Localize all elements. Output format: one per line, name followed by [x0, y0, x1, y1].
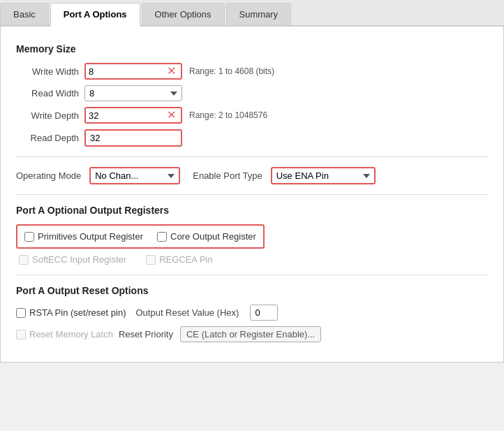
memory-size-title: Memory Size	[16, 43, 488, 54]
write-width-label: Write Width	[16, 66, 79, 77]
tab-basic[interactable]: Basic	[0, 3, 49, 25]
operating-mode-select[interactable]: No Chan...	[89, 167, 180, 184]
softECC-label: SoftECC Input Register	[32, 254, 126, 265]
write-depth-clear-icon[interactable]: ✕	[167, 110, 176, 121]
write-width-range: Range: 1 to 4608 (bits)	[189, 66, 274, 76]
port-a-registers-title: Port A Optional Output Registers	[16, 205, 488, 216]
core-label: Core Output Register	[170, 231, 256, 242]
main-content: Memory Size Write Width ✕ Range: 1 to 46…	[0, 27, 504, 363]
tab-bar: Basic Port A Options Other Options Summa…	[0, 0, 504, 27]
tab-port-a-options[interactable]: Port A Options	[50, 3, 140, 27]
write-width-row: Write Width ✕ Range: 1 to 4608 (bits)	[16, 63, 488, 80]
divider-2	[16, 194, 488, 195]
read-depth-row: Read Depth	[16, 129, 488, 147]
primitives-label: Primitives Output Register	[38, 231, 143, 242]
regcea-label: REGCEA Pin	[159, 254, 213, 265]
operating-mode-group: Operating Mode No Chan...	[16, 167, 180, 184]
write-width-clear-icon[interactable]: ✕	[167, 66, 176, 77]
core-checkbox-item[interactable]: Core Output Register	[157, 231, 256, 242]
rsta-checkbox[interactable]	[16, 308, 26, 318]
regcea-checkbox	[146, 255, 156, 265]
reset-priority-value: CE (Latch or Register Enable)...	[180, 326, 321, 342]
enable-port-select[interactable]: Use ENA Pin	[271, 167, 376, 184]
read-width-row: Read Width 8	[16, 85, 488, 101]
reset-memory-checkbox-item: Reset Memory Latch	[16, 329, 113, 339]
write-depth-range: Range: 2 to 1048576	[189, 110, 267, 120]
write-width-input-wrapper: ✕	[84, 63, 182, 80]
memory-size-section: Memory Size Write Width ✕ Range: 1 to 46…	[16, 43, 488, 147]
primitives-checkbox-item[interactable]: Primitives Output Register	[24, 231, 143, 242]
enable-port-group: Enable Port Type Use ENA Pin	[193, 167, 376, 184]
primitives-checkbox[interactable]	[24, 232, 34, 242]
softECC-checkbox-item: SoftECC Input Register	[19, 254, 126, 265]
disabled-checkboxes-row: SoftECC Input Register REGCEA Pin	[19, 254, 488, 265]
reset-memory-row: Reset Memory Latch Reset Priority CE (La…	[16, 326, 488, 342]
operating-mode-row: Operating Mode No Chan... Enable Port Ty…	[16, 167, 488, 184]
write-depth-input[interactable]	[89, 110, 165, 121]
read-depth-label: Read Depth	[16, 133, 79, 143]
port-a-registers-section: Port A Optional Output Registers Primiti…	[16, 205, 488, 265]
tab-other-options[interactable]: Other Options	[142, 3, 225, 25]
rsta-checkbox-item[interactable]: RSTA Pin (set/reset pin)	[16, 307, 126, 318]
read-width-select[interactable]: 8	[84, 85, 182, 101]
core-checkbox[interactable]	[157, 232, 167, 242]
regcea-checkbox-item: REGCEA Pin	[146, 254, 213, 265]
registers-checkbox-group: Primitives Output Register Core Output R…	[16, 224, 265, 249]
divider-1	[16, 156, 488, 157]
write-depth-label: Write Depth	[16, 110, 79, 121]
reset-memory-checkbox	[16, 330, 26, 339]
reset-memory-label: Reset Memory Latch	[29, 329, 113, 339]
port-a-reset-section: Port A Output Reset Options RSTA Pin (se…	[16, 285, 488, 342]
output-reset-label: Output Reset Value (Hex)	[135, 307, 239, 318]
tab-summary[interactable]: Summary	[226, 3, 292, 25]
rsta-row: RSTA Pin (set/reset pin) Output Reset Va…	[16, 305, 488, 321]
divider-3	[16, 275, 488, 275]
softECC-checkbox	[19, 255, 29, 265]
operating-mode-label: Operating Mode	[16, 170, 81, 181]
reset-priority-label: Reset Priority	[119, 329, 173, 339]
port-a-reset-title: Port A Output Reset Options	[16, 285, 488, 296]
enable-port-label: Enable Port Type	[193, 170, 262, 181]
read-depth-input[interactable]	[84, 129, 182, 147]
write-depth-input-wrapper: ✕	[84, 107, 182, 124]
rsta-label: RSTA Pin (set/reset pin)	[29, 307, 126, 318]
read-width-label: Read Width	[16, 88, 79, 98]
write-depth-row: Write Depth ✕ Range: 2 to 1048576	[16, 107, 488, 124]
write-width-input[interactable]	[89, 66, 165, 77]
output-reset-input[interactable]	[250, 305, 278, 321]
